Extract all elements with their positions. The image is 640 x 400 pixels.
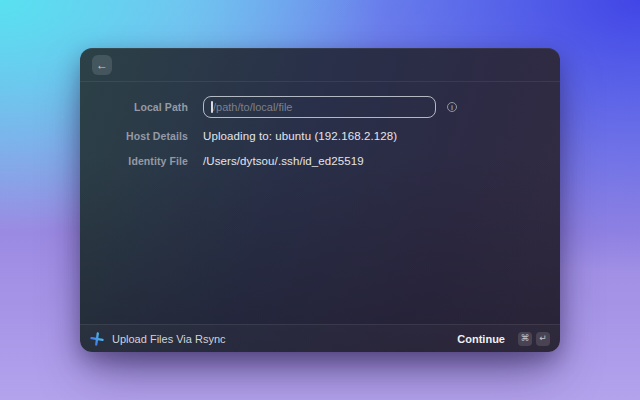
identity-file-value: /Users/dytsou/.ssh/id_ed25519 xyxy=(203,155,364,167)
extension-title: Upload Files Via Rsync xyxy=(112,333,226,345)
back-button[interactable]: ← xyxy=(92,55,112,75)
identity-file-label: Identity File xyxy=(80,155,188,167)
return-key-icon: ↵ xyxy=(536,332,550,346)
text-caret xyxy=(211,101,213,113)
info-icon[interactable]: i xyxy=(447,102,457,112)
command-key-icon: ⌘ xyxy=(518,332,532,346)
dialog-header: ← xyxy=(80,48,560,82)
local-path-input-wrap xyxy=(203,96,436,118)
rsync-extension-icon xyxy=(90,332,104,346)
local-path-input[interactable] xyxy=(203,96,436,118)
dialog-body: Local Path i Host Details Uploading to: … xyxy=(80,82,560,324)
host-details-label: Host Details xyxy=(80,130,188,142)
continue-button[interactable]: Continue xyxy=(457,333,505,345)
host-details-value: Uploading to: ubuntu (192.168.2.128) xyxy=(203,130,397,142)
footer-actions: Continue ⌘ ↵ xyxy=(457,332,550,346)
back-arrow-icon: ← xyxy=(96,59,108,71)
local-path-label: Local Path xyxy=(80,101,188,113)
desktop-background: ← Local Path i Host Details xyxy=(0,0,640,400)
dialog-footer: Upload Files Via Rsync Continue ⌘ ↵ xyxy=(80,324,560,352)
local-path-row: Local Path i xyxy=(80,96,560,118)
host-details-row: Host Details Uploading to: ubuntu (192.1… xyxy=(80,127,560,145)
identity-file-row: Identity File /Users/dytsou/.ssh/id_ed25… xyxy=(80,152,560,170)
rsync-upload-dialog: ← Local Path i Host Details xyxy=(80,48,560,352)
